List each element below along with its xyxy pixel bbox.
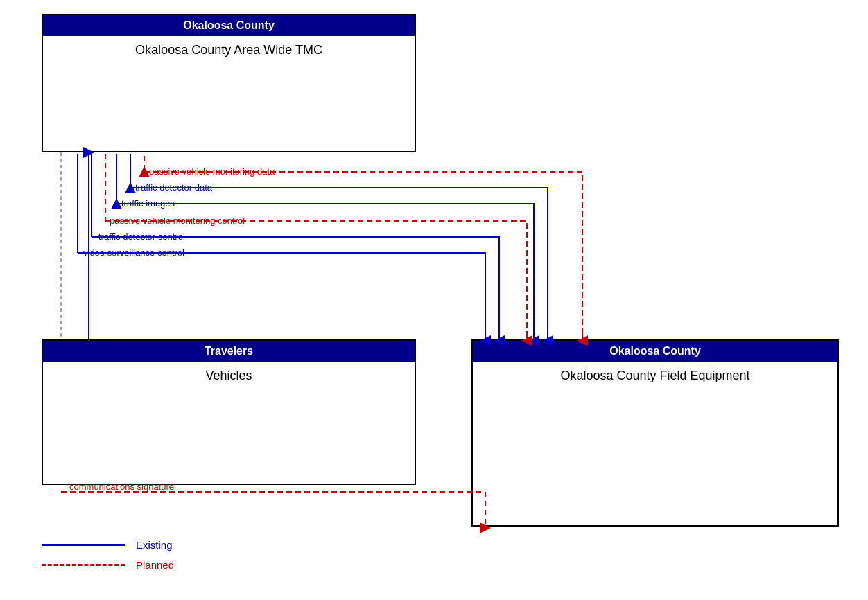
flow-label-pvm-control: passive vehicle monitoring control (110, 215, 245, 226)
legend-planned-label: Planned (136, 559, 174, 571)
legend-existing-line (42, 544, 125, 546)
legend: Existing Planned (42, 539, 174, 579)
tmc-box: Okaloosa County Okaloosa County Area Wid… (42, 14, 416, 152)
flow-label-ti: traffic images (121, 198, 175, 209)
vehicles-title: Vehicles (43, 362, 415, 390)
legend-existing: Existing (42, 539, 174, 551)
tmc-header: Okaloosa County (43, 15, 415, 36)
vehicles-box: Travelers Vehicles (42, 339, 416, 485)
flow-label-vs-control: video surveillance control (83, 247, 184, 258)
legend-planned-line (42, 564, 125, 566)
flow-label-td-data: traffic detector data (135, 182, 212, 193)
vehicles-header: Travelers (43, 341, 415, 362)
flow-label-pvm-data: passive vehicle monitoring data (149, 166, 275, 177)
diagram-container: Okaloosa County Okaloosa County Area Wid… (0, 0, 868, 600)
legend-planned: Planned (42, 559, 174, 571)
tmc-title: Okaloosa County Area Wide TMC (43, 36, 415, 64)
flow-label-comm-sig: communications signature (69, 482, 174, 492)
legend-existing-label: Existing (136, 539, 173, 551)
flow-label-td-control: traffic detector control (98, 231, 185, 242)
field-header: Okaloosa County (473, 341, 837, 362)
field-title: Okaloosa County Field Equipment (473, 362, 837, 390)
field-box: Okaloosa County Okaloosa County Field Eq… (471, 339, 839, 527)
